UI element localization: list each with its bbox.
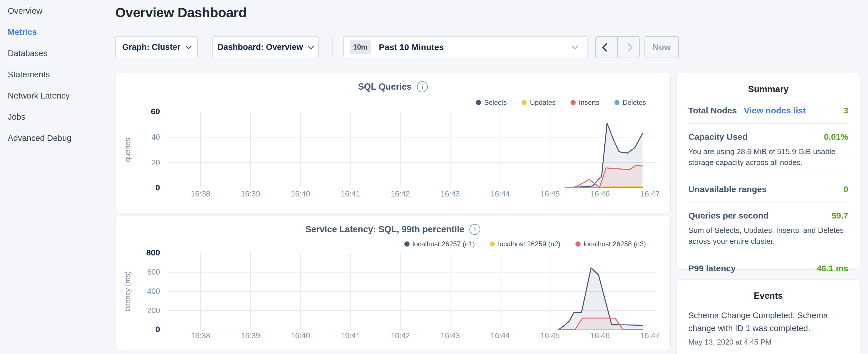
- svg-text:16:41: 16:41: [341, 190, 360, 198]
- info-icon[interactable]: i: [417, 81, 428, 92]
- summary-value: 0.01%: [824, 132, 848, 142]
- sidebar-item-jobs[interactable]: Jobs: [8, 112, 72, 122]
- svg-text:16:41: 16:41: [341, 331, 360, 340]
- chevron-right-icon: [624, 43, 633, 52]
- svg-text:16:40: 16:40: [291, 190, 310, 198]
- summary-row-unavailable-ranges: Unavailable ranges 0: [688, 175, 848, 202]
- chevron-down-icon: [185, 43, 192, 49]
- info-icon[interactable]: i: [469, 224, 480, 235]
- series-dot-icon: [522, 100, 527, 105]
- svg-text:16:39: 16:39: [241, 190, 260, 198]
- legend-item-n3[interactable]: localhost:26258 (n3): [576, 240, 646, 248]
- series-dot-icon: [614, 100, 620, 105]
- sidebar-item-overview[interactable]: Overview: [8, 6, 72, 16]
- summary-row-capacity-used: Capacity Used 0.01% You are using 28.6 M…: [688, 123, 848, 175]
- sql-queries-chart[interactable]: 16:3816:3916:4016:4116:4216:4316:4416:45…: [116, 73, 670, 213]
- summary-label: P99 latency: [688, 263, 736, 273]
- svg-text:0: 0: [155, 183, 160, 192]
- svg-text:600: 600: [147, 268, 160, 277]
- legend-item-n2[interactable]: localhost:26259 (n2): [490, 240, 560, 248]
- svg-text:400: 400: [147, 287, 160, 296]
- chevron-left-icon: [602, 43, 611, 52]
- sidebar-item-metrics[interactable]: Metrics: [8, 28, 72, 37]
- summary-description: You are using 28.6 MiB of 515.9 GiB usab…: [688, 147, 848, 168]
- svg-text:queries: queries: [124, 138, 131, 162]
- legend-label: localhost:26259 (n2): [498, 240, 560, 248]
- sidebar-item-network-latency[interactable]: Network Latency: [8, 91, 72, 100]
- view-nodes-list-link[interactable]: View nodes list: [744, 106, 806, 116]
- svg-text:16:47: 16:47: [641, 190, 660, 198]
- summary-panel: Summary Total Nodes View nodes list 3 Ca…: [677, 73, 860, 269]
- sql-queries-chart-card: 16:3816:3916:4016:4116:4216:4316:4416:45…: [115, 73, 671, 213]
- svg-text:16:45: 16:45: [540, 331, 560, 340]
- summary-value: 3: [843, 106, 848, 116]
- svg-text:16:38: 16:38: [191, 190, 210, 198]
- series-dot-icon: [404, 242, 409, 247]
- summary-value: 0: [843, 185, 848, 194]
- page-title: Overview Dashboard: [115, 5, 247, 20]
- chart-title: Service Latency: SQL, 99th percentile: [306, 224, 465, 234]
- chevron-down-icon: [308, 43, 314, 49]
- svg-text:16:43: 16:43: [441, 331, 460, 340]
- svg-text:16:45: 16:45: [540, 190, 560, 198]
- legend-label: localhost:26257 (n1): [413, 240, 475, 248]
- time-range-badge: 10m: [350, 40, 371, 54]
- svg-text:200: 200: [147, 306, 160, 315]
- series-dot-icon: [570, 100, 576, 105]
- svg-text:16:43: 16:43: [441, 190, 460, 198]
- graph-scope-dropdown[interactable]: Graph: Cluster: [115, 36, 198, 58]
- summary-title: Summary: [688, 84, 848, 95]
- summary-label: Unavailable ranges: [688, 185, 767, 194]
- svg-text:16:39: 16:39: [241, 331, 260, 340]
- legend-item-n1[interactable]: localhost:26257 (n1): [404, 240, 475, 248]
- event-list-item[interactable]: Schema Change Completed: Schema change w…: [688, 309, 848, 347]
- svg-text:16:46: 16:46: [590, 331, 610, 340]
- events-title: Events: [688, 291, 848, 301]
- legend-label: Inserts: [579, 99, 599, 106]
- summary-description: Sum of Selects, Updates, Inserts, and De…: [688, 225, 848, 247]
- svg-text:800: 800: [146, 248, 160, 257]
- series-dot-icon: [476, 100, 481, 105]
- chart-legend: Selects Updates Inserts Deletes: [476, 99, 646, 106]
- dashboard-dropdown[interactable]: Dashboard: Overview: [212, 36, 319, 58]
- legend-label: localhost:26258 (n3): [584, 240, 646, 248]
- toolbar-divider: [333, 37, 333, 57]
- svg-text:latency (ms): latency (ms): [124, 271, 131, 312]
- summary-label: Total Nodes: [688, 106, 737, 116]
- now-button[interactable]: Now: [645, 36, 679, 58]
- svg-text:16:38: 16:38: [191, 331, 210, 340]
- summary-row-p99-latency: P99 latency 46.1 ms: [688, 255, 848, 281]
- sidebar-item-databases[interactable]: Databases: [8, 49, 72, 58]
- legend-item-updates[interactable]: Updates: [522, 99, 555, 106]
- time-range-label: Past 10 Minutes: [379, 42, 444, 52]
- graph-scope-label: Graph: Cluster: [122, 42, 180, 52]
- legend-label: Deletes: [623, 99, 646, 106]
- svg-text:60: 60: [151, 107, 160, 116]
- series-dot-icon: [490, 242, 495, 247]
- next-time-button[interactable]: [618, 37, 639, 58]
- summary-row-total-nodes: Total Nodes View nodes list 3: [688, 97, 848, 123]
- svg-text:16:44: 16:44: [491, 190, 510, 198]
- legend-item-selects[interactable]: Selects: [476, 99, 507, 106]
- summary-label: Queries per second: [688, 211, 769, 221]
- sidebar: Overview Metrics Databases Statements Ne…: [8, 6, 72, 143]
- legend-item-deletes[interactable]: Deletes: [614, 99, 646, 106]
- chevron-down-icon: [572, 43, 578, 49]
- summary-value: 59.7: [832, 211, 848, 221]
- chart-title: SQL Queries: [358, 82, 411, 92]
- svg-text:0: 0: [155, 325, 160, 334]
- svg-text:16:40: 16:40: [291, 331, 310, 340]
- dashboard-label: Dashboard: Overview: [217, 42, 303, 52]
- svg-text:20: 20: [151, 158, 160, 167]
- chart-legend: localhost:26257 (n1) localhost:26259 (n2…: [404, 240, 646, 248]
- time-pager: [595, 36, 640, 58]
- svg-text:16:46: 16:46: [590, 190, 610, 198]
- service-latency-chart[interactable]: 16:3816:3916:4016:4116:4216:4316:4416:45…: [116, 216, 670, 350]
- legend-label: Selects: [484, 99, 507, 106]
- legend-item-inserts[interactable]: Inserts: [570, 99, 599, 106]
- event-text: Schema Change Completed: Schema change w…: [688, 309, 848, 335]
- sidebar-item-statements[interactable]: Statements: [8, 70, 72, 79]
- time-range-dropdown[interactable]: 10m Past 10 Minutes: [343, 36, 588, 58]
- prev-time-button[interactable]: [596, 37, 618, 58]
- sidebar-item-advanced-debug[interactable]: Advanced Debug: [8, 133, 72, 143]
